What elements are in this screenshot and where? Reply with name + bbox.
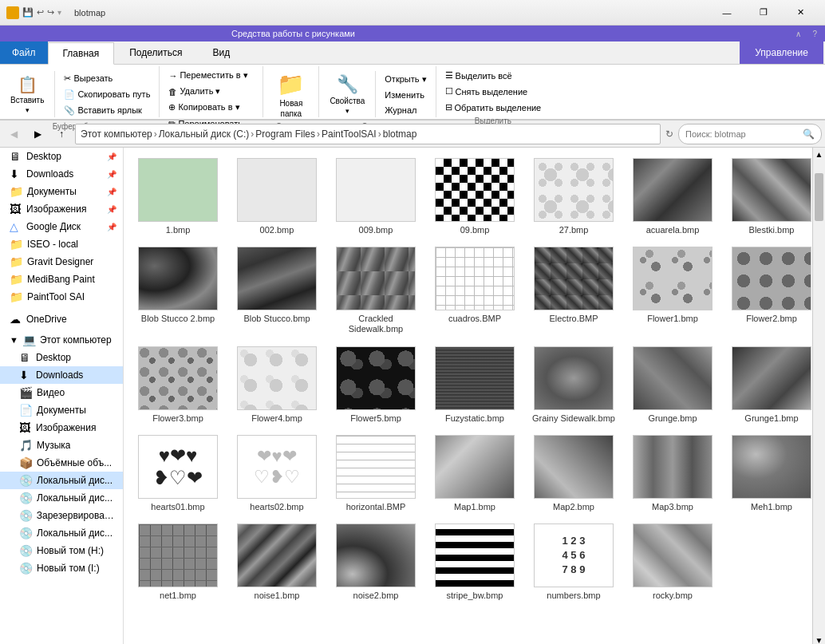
- file-item[interactable]: Map3.bmp: [625, 431, 720, 516]
- back-button[interactable]: ◀: [3, 124, 24, 144]
- file-item[interactable]: Fuzystatic.bmp: [427, 342, 523, 428]
- sidebar-item-localdisk-d[interactable]: 💿 Локальный дис...: [0, 489, 123, 507]
- file-item[interactable]: acuarela.bmp: [625, 154, 720, 239]
- path-computer[interactable]: Этот компьютер: [81, 128, 152, 140]
- file-item[interactable]: Crackled Sidewalk.bmp: [328, 243, 424, 338]
- file-item[interactable]: Blob Stucco.bmp: [229, 243, 325, 338]
- sidebar-item-downloads-pinned[interactable]: ⬇ Downloads 📌: [0, 165, 123, 183]
- sidebar-item-3d[interactable]: 📦 Объёмные объ...: [0, 454, 123, 472]
- tab-tools[interactable]: Управление: [740, 41, 823, 64]
- file-item[interactable]: ♥❤♥❥♡❤hearts01.bmp: [130, 431, 226, 516]
- file-item[interactable]: Meh1.bmp: [724, 431, 812, 516]
- file-item[interactable]: Grunge.bmp: [625, 342, 720, 428]
- sidebar-item-desktop-computer[interactable]: 🖥 Desktop: [0, 349, 123, 366]
- tab-view[interactable]: Вид: [197, 41, 245, 64]
- copy-path-button[interactable]: 📄 Скопировать путь: [58, 87, 156, 102]
- paste-button[interactable]: 📋 Вставить ▾: [3, 68, 51, 121]
- minimize-button[interactable]: —: [709, 0, 745, 26]
- new-folder-button[interactable]: 📁 Новая папка: [267, 68, 315, 121]
- file-item[interactable]: Grainy Sidewalk.bmp: [526, 342, 622, 428]
- history-button[interactable]: Журнал: [379, 103, 432, 117]
- sidebar-item-images-pinned[interactable]: 🖼 Изображения 📌: [0, 200, 123, 218]
- file-item[interactable]: horizontal.BMP: [328, 431, 424, 516]
- file-item[interactable]: 1.bmp: [130, 154, 226, 239]
- scroll-thumb[interactable]: [815, 173, 823, 221]
- sidebar-item-images-computer[interactable]: 🖼 Изображения: [0, 419, 123, 437]
- address-path[interactable]: Этот компьютер › Локальный диск (C:) › P…: [75, 124, 661, 144]
- copy-to-button[interactable]: ⊕ Копировать в ▾: [163, 100, 259, 115]
- file-item[interactable]: rocky.bmp: [625, 520, 720, 605]
- scroll-up-button[interactable]: ▲: [813, 148, 825, 160]
- sidebar-item-music[interactable]: 🎵 Музыка: [0, 437, 123, 454]
- quick-undo[interactable]: ↩: [37, 7, 44, 18]
- quick-access-expand[interactable]: ▾: [57, 8, 61, 17]
- sidebar-item-downloads-computer[interactable]: ⬇ Downloads: [0, 366, 123, 384]
- sidebar-item-localdisk-c[interactable]: 💿 Локальный дис...: [0, 472, 123, 489]
- deselect-button[interactable]: ☐ Снять выделение: [440, 84, 547, 99]
- paste-shortcut-button[interactable]: 📎 Вставить ярлык: [58, 103, 156, 118]
- file-item[interactable]: Grunge1.bmp: [724, 342, 812, 428]
- properties-button[interactable]: 🔧 Свойства ▾: [322, 68, 372, 121]
- file-item[interactable]: noise1.bmp: [229, 520, 325, 605]
- file-item[interactable]: Flower5.bmp: [328, 342, 424, 428]
- delete-button[interactable]: 🗑 Удалить ▾: [163, 84, 259, 99]
- file-item[interactable]: 09.bmp: [427, 154, 523, 239]
- sidebar-item-volume-i[interactable]: 💿 Новый том (I:): [0, 559, 123, 577]
- sidebar-item-volume-h[interactable]: 💿 Новый том (H:): [0, 542, 123, 559]
- quick-save[interactable]: 💾: [22, 7, 34, 18]
- scroll-down-button[interactable]: ▼: [813, 634, 825, 644]
- file-item[interactable]: 002.bmp: [229, 154, 325, 239]
- file-item[interactable]: 1 2 34 5 67 8 9numbers.bmp: [526, 520, 622, 605]
- invert-selection-button[interactable]: ⊟ Обратить выделение: [440, 100, 547, 115]
- sidebar-item-desktop-pinned[interactable]: 🖥 Desktop 📌: [0, 148, 123, 165]
- forward-button[interactable]: ▶: [27, 124, 48, 144]
- tab-home[interactable]: Главная: [48, 42, 115, 65]
- path-programfiles[interactable]: Program Files: [255, 128, 315, 140]
- open-button[interactable]: Открыть ▾: [379, 72, 432, 87]
- sidebar-item-thispc[interactable]: ▼ 💻 Этот компьютер: [0, 331, 123, 349]
- select-all-button[interactable]: ☰ Выделить всё: [440, 68, 547, 83]
- path-painttoolsai[interactable]: PaintToolSAI: [322, 128, 377, 140]
- sidebar-item-googledrive[interactable]: △ Google Диск 📌: [0, 218, 123, 235]
- file-item[interactable]: ❤♥❤♡❥♡hearts02.bmp: [229, 431, 325, 516]
- tab-file[interactable]: Файл: [0, 41, 48, 64]
- file-item[interactable]: Map1.bmp: [427, 431, 523, 516]
- search-input[interactable]: [685, 129, 799, 139]
- search-box[interactable]: 🔍: [678, 124, 822, 144]
- sidebar-item-reserved[interactable]: 💿 Зарезервирован...: [0, 507, 123, 524]
- file-item[interactable]: 27.bmp: [526, 154, 622, 239]
- file-item[interactable]: stripe_bw.bmp: [427, 520, 523, 605]
- sidebar-item-video[interactable]: 🎬 Видео: [0, 384, 123, 401]
- path-blotmap[interactable]: blotmap: [383, 128, 417, 140]
- move-to-button[interactable]: → Переместить в ▾: [163, 68, 259, 83]
- quick-redo[interactable]: ↪: [47, 7, 54, 18]
- sidebar-item-painttoolsai[interactable]: 📁 PaintTool SAI: [0, 288, 123, 306]
- file-item[interactable]: Flower2.bmp: [724, 243, 812, 338]
- path-disk[interactable]: Локальный диск (C:): [159, 128, 250, 140]
- sidebar-item-documents-computer[interactable]: 📄 Документы: [0, 401, 123, 419]
- sidebar-item-gravit[interactable]: 📁 Gravit Designer: [0, 253, 123, 271]
- edit-button[interactable]: Изменить: [379, 88, 432, 102]
- up-button[interactable]: ↑: [51, 124, 72, 144]
- sidebar-item-localdisk-e[interactable]: 💿 Локальный дис...: [0, 524, 123, 542]
- sidebar-item-onedrive[interactable]: ☁ OneDrive: [0, 310, 123, 328]
- sidebar-item-medibang[interactable]: 📁 MediBang Paint: [0, 271, 123, 288]
- file-item[interactable]: cuadros.BMP: [427, 243, 523, 338]
- file-item[interactable]: net1.bmp: [130, 520, 226, 605]
- maximize-button[interactable]: ❐: [745, 0, 782, 26]
- file-item[interactable]: 009.bmp: [328, 154, 424, 239]
- sidebar-item-documents-pinned[interactable]: 📁 Документы 📌: [0, 183, 123, 200]
- tab-share[interactable]: Поделиться: [114, 41, 197, 64]
- ribbon-options-btn[interactable]: ∧: [791, 28, 806, 40]
- file-item[interactable]: noise2.bmp: [328, 520, 424, 605]
- ribbon-help-btn[interactable]: ?: [807, 28, 822, 40]
- file-item[interactable]: Blestki.bmp: [724, 154, 812, 239]
- scrollbar-vertical[interactable]: ▲ ▼: [812, 148, 825, 644]
- file-item[interactable]: Blob Stucco 2.bmp: [130, 243, 226, 338]
- cut-button[interactable]: ✂ Вырезать: [58, 71, 156, 86]
- file-item[interactable]: Electro.BMP: [526, 243, 622, 338]
- file-item[interactable]: Flower3.bmp: [130, 342, 226, 428]
- file-item[interactable]: Flower4.bmp: [229, 342, 325, 428]
- refresh-button[interactable]: ↻: [664, 127, 675, 141]
- sidebar-item-iseo[interactable]: 📁 ISEO - local: [0, 235, 123, 253]
